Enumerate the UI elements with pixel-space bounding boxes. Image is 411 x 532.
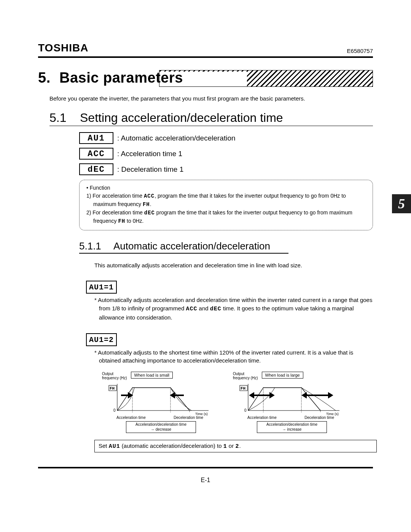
y-axis-label: Output frequency (Hz) — [102, 372, 127, 380]
svg-marker-22 — [329, 393, 332, 397]
seg-fh: FH — [118, 218, 125, 224]
display-code: ACC — [79, 148, 113, 160]
decel-label: Deceleration time — [304, 415, 334, 420]
seg-two: 2 — [235, 443, 239, 450]
accel-label: Acceleration time — [116, 415, 146, 420]
seg-acc: ACC — [144, 193, 155, 199]
subsection-number: 5.1.1 — [79, 240, 113, 252]
brand-logo: TOSHIBA — [38, 42, 89, 54]
chapter-title: Basic parameters — [59, 70, 183, 86]
section-number: 5.1 — [49, 111, 80, 125]
header-rule — [38, 56, 373, 58]
section-rule — [49, 126, 373, 126]
diagram-large-load: Output frequency (Hz) When load is large — [233, 372, 351, 433]
note-item: * Automatically adjusts to the shortest … — [94, 348, 373, 365]
param-row: ACC : Acceleration time 1 — [79, 148, 373, 160]
param-row: dEC : Deceleration time 1 — [79, 163, 373, 175]
diagram-caption: Acceleration/deceleration time → increas… — [257, 421, 327, 433]
accel-label: Acceleration time — [247, 415, 277, 420]
function-item: 1) For acceleration time ACC, program th… — [86, 192, 368, 209]
diagram-row: Output frequency (Hz) When load is small — [102, 372, 373, 433]
intro-text: Before you operate the inverter, the par… — [49, 95, 373, 102]
diagram-svg: FH 0 Time (s) — [233, 380, 343, 416]
diagram-title: When load is small — [131, 372, 173, 379]
banner-hatch — [159, 70, 373, 87]
setting-display: AU1=2 — [86, 333, 117, 346]
display-code: AU1 — [79, 132, 113, 144]
svg-text:0: 0 — [244, 408, 247, 412]
param-row: AU1 : Automatic acceleration/deceleratio… — [79, 132, 373, 144]
page-number: E-1 — [38, 477, 373, 484]
chapter-number: 5. — [38, 70, 59, 86]
seg-dec: dEC — [144, 210, 155, 216]
y-axis-label: Output frequency (Hz) — [233, 372, 258, 380]
note-item: * Automatically adjusts acceleration and… — [94, 296, 373, 321]
decel-label: Deceleration time — [174, 415, 203, 420]
parameter-list: AU1 : Automatic acceleration/deceleratio… — [79, 132, 373, 175]
subsection-title: Automatic acceleration/deceleration — [113, 240, 270, 252]
diagram-small-load: Output frequency (Hz) When load is small — [102, 372, 220, 433]
footer-rule — [38, 467, 373, 468]
subsection-rule — [79, 253, 288, 254]
seg-fh: FH — [143, 201, 150, 208]
fh-label: FH — [110, 386, 115, 391]
section-title: Setting acceleration/deceleration time — [80, 111, 283, 125]
seg-au1: AU1 — [109, 443, 120, 450]
function-box: Function 1) For acceleration time ACC, p… — [79, 180, 373, 230]
subsection-intro: This automatically adjusts acceleration … — [94, 261, 373, 270]
document-number: E6580757 — [347, 48, 373, 54]
param-desc: Acceleration time 1 — [121, 150, 183, 158]
param-desc: Automatic acceleration/deceleration — [121, 134, 236, 142]
svg-text:FH: FH — [241, 386, 245, 391]
diagram-title: When load is large — [262, 372, 303, 379]
param-desc: Deceleration time 1 — [121, 165, 184, 173]
display-code: dEC — [79, 163, 113, 175]
chapter-banner: 5.Basic parameters — [38, 68, 373, 88]
svg-text:0: 0 — [113, 408, 116, 412]
seg-acc: ACC — [186, 306, 197, 312]
function-heading: Function — [86, 184, 368, 192]
seg-dec: dEC — [210, 306, 221, 312]
svg-marker-18 — [250, 393, 253, 397]
seg-one: 1 — [223, 443, 227, 450]
instruction-box: Set AU1 (automatic acceleration/decelera… — [94, 440, 377, 452]
diagram-caption: Acceleration/deceleration time → decreas… — [126, 421, 196, 433]
svg-marker-8 — [171, 393, 174, 397]
function-item: 2) For deceleration time dEC program the… — [86, 209, 368, 225]
setting-display: AU1=1 — [86, 281, 117, 294]
svg-marker-19 — [270, 393, 273, 397]
svg-marker-21 — [303, 393, 306, 397]
diagram-svg: FH 0 Time (s) — [102, 380, 212, 416]
